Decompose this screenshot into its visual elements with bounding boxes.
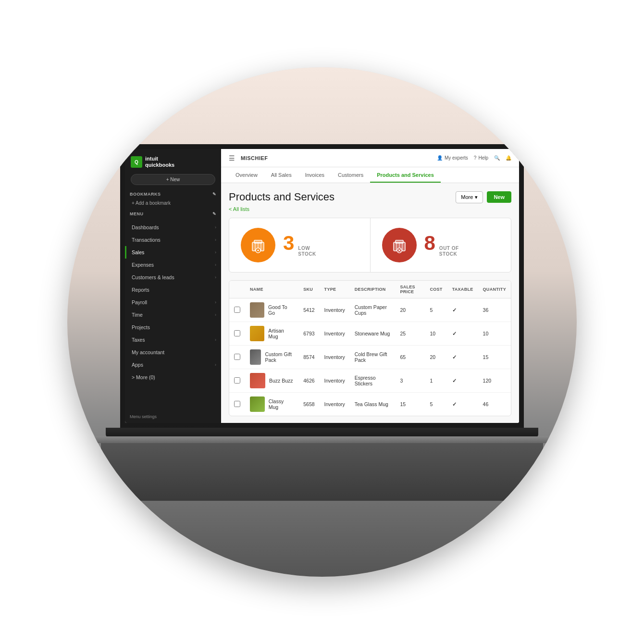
col-type[interactable]: TYPE	[320, 281, 350, 298]
col-cost[interactable]: COST	[425, 281, 447, 298]
sidebar-item-reports[interactable]: Reports	[125, 284, 221, 296]
low-stock-icon	[241, 228, 275, 262]
table-row[interactable]: Custom Gift Pack 8574 Inventory Cold Bre…	[229, 346, 511, 369]
product-cost: 1	[425, 369, 447, 393]
product-name: Good To Go	[268, 304, 294, 316]
row-checkbox[interactable]	[234, 307, 240, 313]
hamburger-icon[interactable]: ☰	[229, 154, 235, 162]
new-product-button[interactable]: New	[487, 191, 511, 203]
product-thumbnail	[250, 373, 265, 388]
chevron-right-icon: ›	[215, 275, 216, 280]
header-buttons: More ▾ New	[456, 191, 511, 203]
row-checkbox[interactable]	[234, 330, 240, 336]
chevron-right-icon: ›	[215, 225, 216, 230]
search-button[interactable]: 🔍	[494, 155, 500, 161]
page-title: Products and Services	[229, 191, 334, 203]
sidebar-item-transactions[interactable]: Transactions ›	[125, 234, 221, 246]
product-thumbnail	[250, 396, 265, 412]
chevron-right-icon: ›	[215, 250, 216, 255]
product-name: Artisan Mug	[268, 328, 294, 339]
tab-overview[interactable]: Overview	[229, 167, 264, 183]
breadcrumb[interactable]: < All lists	[229, 206, 511, 212]
product-name: Classy Mug	[269, 398, 294, 410]
sidebar-item-payroll[interactable]: Payroll ›	[125, 296, 221, 309]
product-description: Tea Glass Mug	[350, 393, 396, 416]
laptop-hinge	[91, 436, 553, 443]
out-of-stock-label: OUT OFSTOCK	[439, 246, 459, 257]
sidebar-item-accountant[interactable]: My accountant	[125, 346, 221, 359]
notifications-button[interactable]: 🔔	[506, 155, 511, 161]
sidebar-item-customers[interactable]: Customers & leads ›	[125, 271, 221, 284]
chevron-down-icon: ▾	[475, 194, 478, 200]
help-button[interactable]: ? Help	[474, 155, 488, 161]
product-taxable: ✓	[447, 393, 478, 416]
table-row[interactable]: Artisan Mug 6793 Inventory Stoneware Mug…	[229, 322, 511, 346]
tab-invoices[interactable]: Invoices	[298, 167, 331, 183]
my-experts-button[interactable]: 👤 My experts	[437, 155, 468, 161]
out-of-stock-card[interactable]: 8 OUT OFSTOCK	[370, 218, 511, 272]
sidebar: Q intuit quickbooks + New BOOKMARKS ✎ + …	[125, 149, 221, 423]
nav-section: Dashboards › Transactions › Sales › Ex	[125, 218, 221, 384]
col-taxable[interactable]: TAXABLE	[447, 281, 478, 298]
more-button[interactable]: More ▾	[456, 191, 483, 203]
new-button[interactable]: + New	[131, 174, 215, 185]
col-quantity[interactable]: QUANTITY	[478, 281, 511, 298]
page-body: Products and Services More ▾ New < All l…	[221, 183, 519, 423]
table-row[interactable]: Buzz Buzz 4626 Inventory Espresso Sticke…	[229, 369, 511, 393]
tab-products-services[interactable]: Products and Services	[370, 167, 441, 183]
chevron-right-icon: ›	[215, 262, 216, 267]
product-thumbnail	[250, 326, 264, 341]
sidebar-item-projects[interactable]: Projects	[125, 321, 221, 334]
chevron-right-icon: ›	[215, 337, 216, 342]
row-checkbox[interactable]	[234, 401, 240, 407]
col-sales-price[interactable]: SALES PRICE	[395, 281, 425, 298]
row-checkbox[interactable]	[234, 377, 240, 384]
sidebar-item-more[interactable]: > More (0)	[125, 371, 221, 384]
main-content: ☰ MISCHIEF 👤 My experts ? Help	[221, 149, 519, 423]
col-description[interactable]: DESCRIPTION	[350, 281, 396, 298]
tab-all-sales[interactable]: All Sales	[264, 167, 298, 183]
laptop-keyboard	[101, 443, 543, 501]
low-stock-info: 3 LOWSTOCK	[283, 233, 316, 257]
product-quantity: 120	[478, 369, 511, 393]
chevron-right-icon: ›	[215, 312, 216, 317]
out-of-stock-info: 8 OUT OFSTOCK	[424, 233, 459, 257]
product-sku: 5658	[298, 393, 319, 416]
product-taxable: ✓	[447, 369, 478, 393]
bookmarks-section-header: BOOKMARKS ✎	[125, 190, 221, 198]
product-name: Custom Gift Pack	[265, 351, 294, 363]
table-header-row: NAME SKU TYPE DESCRIPTION SALES PRICE CO…	[229, 281, 511, 298]
menu-settings[interactable]: Menu settings	[125, 410, 221, 423]
product-cost: 10	[425, 322, 447, 346]
sidebar-item-dashboards[interactable]: Dashboards ›	[125, 221, 221, 234]
company-name: MISCHIEF	[241, 155, 268, 161]
product-taxable: ✓	[447, 298, 478, 322]
low-stock-label: LOWSTOCK	[298, 246, 316, 257]
help-icon: ?	[474, 155, 477, 161]
chevron-right-icon: ›	[215, 237, 216, 242]
add-bookmark[interactable]: + Add a bookmark	[125, 198, 221, 210]
row-checkbox[interactable]	[234, 354, 240, 360]
sidebar-item-time[interactable]: Time ›	[125, 309, 221, 321]
table-row[interactable]: Classy Mug 5658 Inventory Tea Glass Mug …	[229, 393, 511, 416]
sidebar-item-sales[interactable]: Sales ›	[125, 246, 221, 259]
product-thumbnail	[250, 349, 261, 365]
product-taxable: ✓	[447, 346, 478, 369]
product-sales-price: 20	[395, 298, 425, 322]
logo-text: intuit quickbooks	[145, 156, 174, 168]
low-stock-card[interactable]: 3 LOWSTOCK	[229, 218, 370, 272]
tab-customers[interactable]: Customers	[331, 167, 370, 183]
col-name[interactable]: NAME	[245, 281, 298, 298]
sidebar-item-apps[interactable]: Apps ›	[125, 359, 221, 371]
col-sku[interactable]: SKU	[298, 281, 319, 298]
sidebar-item-taxes[interactable]: Taxes ›	[125, 334, 221, 346]
table-row[interactable]: Good To Go 5412 Inventory Custom Paper C…	[229, 298, 511, 322]
out-of-stock-icon	[382, 228, 417, 262]
product-type: Inventory	[320, 298, 350, 322]
product-sales-price: 65	[395, 346, 425, 369]
sidebar-item-expenses[interactable]: Expenses ›	[125, 259, 221, 271]
products-table: NAME SKU TYPE DESCRIPTION SALES PRICE CO…	[229, 280, 511, 416]
product-description: Custom Paper Cups	[350, 298, 396, 322]
page-header: Products and Services More ▾ New	[229, 191, 511, 203]
laptop-base	[106, 428, 538, 437]
